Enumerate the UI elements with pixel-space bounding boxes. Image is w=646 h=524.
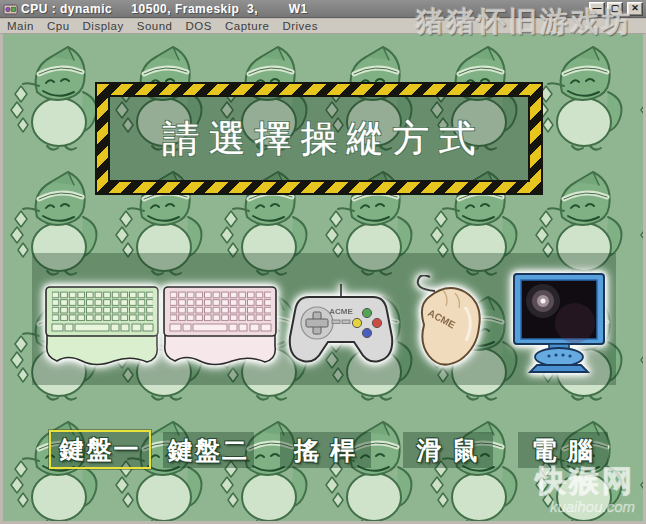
close-button[interactable]: ✕ (627, 2, 643, 16)
dosbox-icon (3, 2, 18, 16)
dosbox-window: CPU : dynamic 10500, Frameskip 3, W1 — ▢… (0, 0, 646, 524)
option-mouse[interactable]: 滑 鼠 (403, 432, 493, 468)
menu-item-sound[interactable]: Sound (137, 20, 173, 32)
title-bar[interactable]: CPU : dynamic 10500, Frameskip 3, W1 — ▢… (0, 0, 646, 18)
menu-item-dos[interactable]: DOS (186, 20, 212, 32)
option-computer[interactable]: 電 腦 (518, 432, 608, 468)
monitor-icon[interactable] (509, 271, 609, 375)
menu-item-drives[interactable]: Drives (282, 20, 318, 32)
menu-item-main[interactable]: Main (7, 20, 34, 32)
game-screen: 請選擇操縱方式 (3, 34, 643, 521)
prompt-box: 請選擇操縱方式 (97, 84, 541, 193)
keyboard2-icon[interactable] (161, 284, 279, 370)
keyboard1-icon[interactable] (43, 284, 161, 370)
option-keyboard1[interactable]: 鍵盤一 (49, 430, 151, 469)
prompt-text: 請選擇操縱方式 (154, 114, 485, 164)
gamepad-brand-label: ACME (329, 307, 353, 316)
option-keyboard2[interactable]: 鍵盤二 (163, 432, 254, 468)
menu-item-display[interactable]: Display (83, 20, 124, 32)
gamepad-icon[interactable]: ACME (287, 281, 395, 373)
window-title: CPU : dynamic 10500, Frameskip 3, W1 (21, 2, 589, 16)
menu-item-cpu[interactable]: Cpu (47, 20, 70, 32)
maximize-button[interactable]: ▢ (607, 2, 623, 16)
menu-bar: Main Cpu Display Sound DOS Capture Drive… (0, 19, 646, 34)
option-joystick[interactable]: 搖 桿 (280, 432, 371, 468)
mouse-icon[interactable]: ACME (397, 275, 495, 375)
minimize-button[interactable]: — (589, 2, 605, 16)
menu-item-capture[interactable]: Capture (225, 20, 269, 32)
